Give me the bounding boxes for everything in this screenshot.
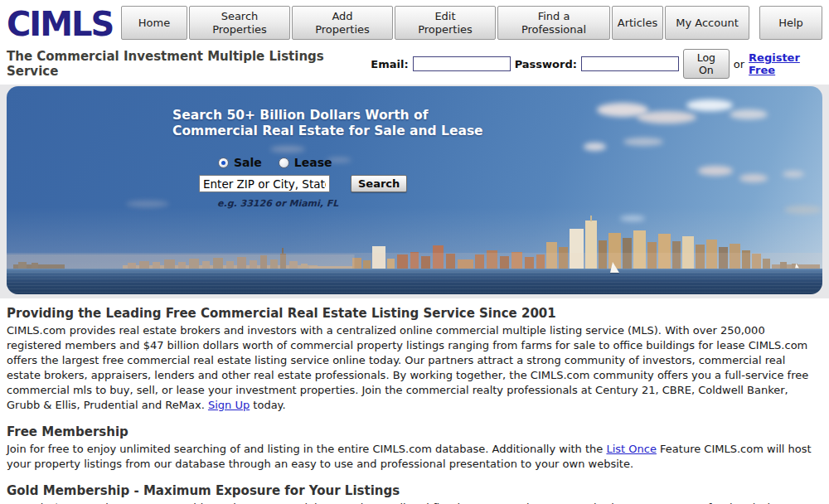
hero-banner: Search 50+ Billion Dollars Worth of Comm… [7, 86, 822, 294]
sign-up-link[interactable]: Sign Up [208, 399, 250, 411]
hero-search-form: Search 50+ Billion Dollars Worth of Comm… [172, 108, 483, 209]
sale-radio-label[interactable]: Sale [234, 156, 262, 169]
login-form: Email: Password: Log On or Register Free [371, 49, 822, 79]
radio-dot-icon [221, 161, 225, 165]
sailboat-icon [795, 264, 799, 269]
cloud-icon [739, 174, 768, 182]
log-on-button[interactable]: Log On [683, 49, 730, 79]
nav-my-account[interactable]: My Account [665, 6, 749, 40]
water [7, 269, 822, 294]
cloud-icon [584, 143, 606, 151]
or-text: or [734, 58, 744, 70]
nav-home[interactable]: Home [121, 6, 187, 40]
city-skyline-image [7, 216, 822, 269]
main-nav: Home Search Properties Add Properties Ed… [121, 6, 822, 40]
cloud-icon [783, 171, 804, 177]
nav-articles[interactable]: Articles [612, 6, 663, 40]
sailboat-icon [610, 262, 619, 273]
cloud-icon [623, 138, 663, 146]
search-example-hint: e.g. 33126 or Miami, FL [217, 198, 483, 209]
section-text-before: CIMLS.com provides real estate brokers a… [7, 324, 808, 411]
listing-type-radios: Sale Lease [218, 156, 483, 169]
nav-search-properties[interactable]: Search Properties [189, 6, 290, 40]
location-input[interactable] [199, 175, 330, 192]
sale-radio[interactable] [218, 158, 229, 168]
password-input[interactable] [581, 56, 679, 71]
email-label: Email: [371, 58, 408, 70]
cimls-logo[interactable]: CIMLS [7, 5, 121, 43]
section-text-since-2001: CIMLS.com provides real estate brokers a… [7, 323, 822, 413]
section-text-gold-membership: For only $20/month CIMLS.com Gold Member… [7, 501, 822, 504]
cloud-icon [698, 166, 733, 176]
hero-band: Search 50+ Billion Dollars Worth of Comm… [0, 85, 829, 298]
list-once-link[interactable]: List Once [606, 443, 656, 455]
hero-title: Search 50+ Billion Dollars Worth of Comm… [172, 108, 483, 139]
section-text-free-membership: Join for free to enjoy unlimited searchi… [7, 442, 822, 472]
register-free-link[interactable]: Register Free [749, 51, 822, 76]
cloud-icon [686, 99, 733, 111]
cloud-icon [730, 109, 768, 119]
email-input[interactable] [413, 56, 511, 71]
hero-title-line2: Commercial Real Estate for Sale and Leas… [172, 124, 483, 139]
section-heading-since-2001: Providing the Leading Free Commercial Re… [7, 306, 822, 321]
section-text-before: Join for free to enjoy unlimited searchi… [7, 443, 606, 455]
nav-edit-properties[interactable]: Edit Properties [395, 6, 496, 40]
content: Providing the Leading Free Commercial Re… [0, 298, 829, 504]
nav-find-a-professional[interactable]: Find a Professional [497, 6, 610, 40]
section-text-after: today. [250, 399, 285, 411]
cloud-icon [637, 111, 696, 124]
header: CIMLS Home Search Properties Add Propert… [0, 0, 829, 45]
lease-radio-label[interactable]: Lease [294, 156, 332, 169]
section-heading-free-membership: Free Membership [7, 424, 822, 439]
password-label: Password: [515, 58, 577, 70]
cloud-icon [784, 206, 822, 214]
hero-title-line1: Search 50+ Billion Dollars Worth of [172, 108, 483, 124]
subheader: The Commercial Investment Multiple Listi… [0, 45, 829, 85]
site-tagline: The Commercial Investment Multiple Listi… [7, 49, 371, 79]
cloud-icon [126, 201, 169, 207]
nav-add-properties[interactable]: Add Properties [292, 6, 393, 40]
search-row: Search [199, 175, 483, 192]
nav-help[interactable]: Help [759, 6, 822, 40]
search-button[interactable]: Search [351, 175, 407, 192]
section-heading-gold-membership: Gold Membership - Maximum Exposure for Y… [7, 483, 822, 498]
lease-radio[interactable] [279, 158, 289, 168]
